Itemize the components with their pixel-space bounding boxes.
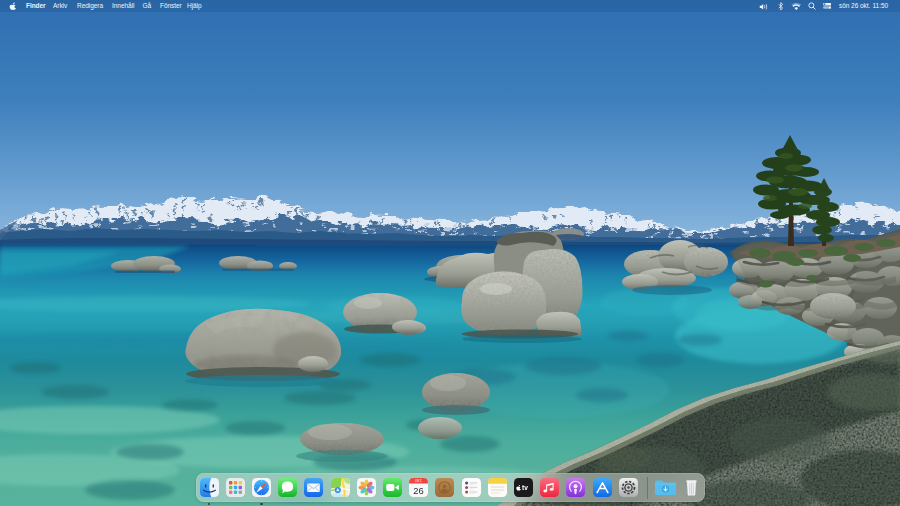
- svg-text:26: 26: [413, 485, 423, 496]
- svg-text:OKT.: OKT.: [415, 479, 423, 483]
- svg-text:tv: tv: [522, 484, 528, 491]
